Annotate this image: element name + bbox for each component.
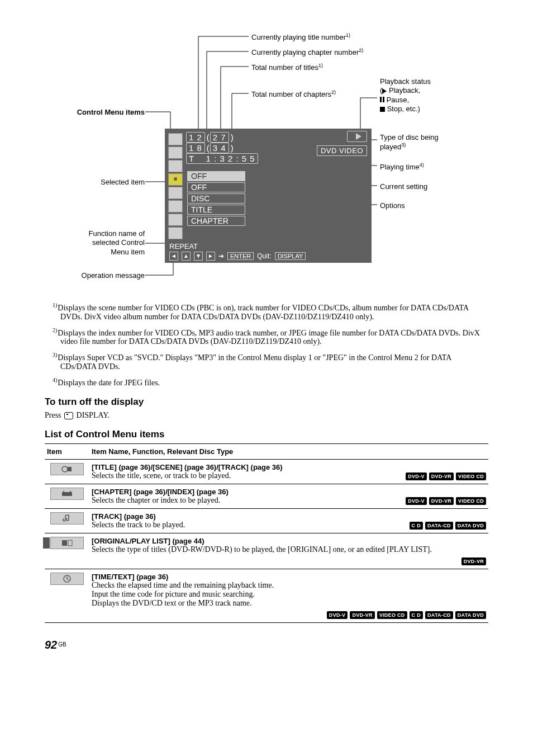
menu-item-icon	[50, 537, 84, 549]
item-badges: DVD-VDVD-VRVIDEO CD	[403, 471, 486, 480]
disc-type-badge: DATA-CD	[425, 522, 453, 530]
menu-item-icon	[50, 573, 84, 585]
label-title-number: Currently playing title number1)	[251, 32, 350, 42]
svg-rect-6	[68, 540, 72, 546]
menu-item-icon	[50, 512, 84, 525]
menu-item-icon	[50, 463, 84, 475]
disc-type-badge: VIDEO CD	[456, 497, 486, 505]
pause-icon	[380, 96, 384, 105]
panel-icon-column	[168, 133, 183, 240]
table-header-item: Item	[45, 443, 89, 459]
page-footer: 92GB	[45, 639, 488, 651]
disc-type-badge: DVD-VR	[350, 611, 374, 619]
item-description: Selects the track to be played.	[92, 521, 401, 530]
arrow-down-icon: ▼	[194, 252, 203, 261]
label-control-menu-items: Control Menu items	[77, 108, 145, 117]
panel-option: CHAPTER	[187, 216, 245, 226]
item-badges: DVD-VDVD-VRVIDEO CD	[403, 496, 486, 505]
display-button-label: DISPLAY	[275, 252, 306, 260]
item-description: Selects the type of titles (DVD-RW/DVD-R…	[92, 545, 486, 554]
table-row: [ORIGINAL/PLAY LIST] (page 44)Selects th…	[45, 533, 488, 569]
item-icon-cell	[45, 533, 89, 569]
item-title: [TRACK] (page 36)	[92, 512, 401, 521]
disc-type-badge: DVD-V	[327, 611, 348, 619]
table-row: [TITLE] (page 36)/[SCENE] (page 36)/[TRA…	[45, 459, 488, 484]
panel-icon	[168, 187, 183, 199]
panel-icon	[168, 200, 183, 212]
disc-type-badge: DATA DVD	[455, 611, 486, 619]
item-icon-cell	[45, 508, 89, 533]
panel-options: OFF OFF DISC TITLE CHAPTER	[187, 171, 245, 227]
disc-type-badge: DATA DVD	[455, 522, 486, 530]
panel-operation-line: ◄ ▲ ▼ ► ➔ ENTER Quit: DISPLAY	[169, 252, 306, 261]
item-description: Input the time code for picture and musi…	[92, 590, 486, 599]
disc-type-badge: DVD-V	[406, 472, 427, 480]
panel-icon	[168, 147, 183, 159]
disc-type-badge: DVD-V	[406, 497, 427, 505]
item-title: [CHAPTER] (page 36)/[INDEX] (page 36)	[92, 488, 397, 496]
item-desc-cell: [TITLE] (page 36)/[SCENE] (page 36)/[TRA…	[89, 459, 488, 484]
menu-item-icon	[50, 488, 84, 500]
item-desc-cell: [CHAPTER] (page 36)/[INDEX] (page 36)Sel…	[89, 484, 488, 508]
disc-type-badge: VIDEO CD	[456, 472, 486, 480]
item-description: Displays the DVD/CD text or the MP3 trac…	[92, 599, 486, 608]
page-suffix: GB	[58, 641, 66, 648]
item-description: Selects the chapter or index to be playe…	[92, 496, 397, 505]
table-row: [TIME/TEXT] (page 36)Checks the elapsed …	[45, 569, 488, 622]
panel-icon	[168, 227, 183, 239]
item-description: Checks the elapsed time and the remainin…	[92, 581, 486, 590]
press-display-text: Press DISPLAY.	[45, 411, 488, 420]
enter-button-label: ENTER	[227, 252, 254, 260]
svg-rect-4	[70, 491, 71, 493]
disc-type-badge: DVD-VR	[429, 497, 454, 505]
label-total-titles: Total number of titles1)	[251, 63, 323, 73]
table-header-name: Item Name, Function, Relevant Disc Type	[89, 443, 488, 459]
panel-icon	[168, 160, 183, 172]
panel-option: OFF	[187, 182, 245, 192]
item-icon-cell	[45, 484, 89, 508]
control-menu-diagram: Currently playing title number1) Current…	[45, 22, 488, 291]
label-total-chapters: Total number of chapters2)	[251, 89, 336, 100]
panel-function-name: REPEAT	[169, 242, 198, 251]
item-badges: DVD-VR	[92, 556, 486, 565]
label-chapter-number: Currently playing chapter number2)	[251, 48, 363, 58]
svg-rect-3	[63, 491, 64, 493]
arrow-icon: ➔	[218, 252, 224, 260]
footnotes: 1)Displays the scene number for VIDEO CD…	[45, 302, 488, 388]
panel-icon	[168, 133, 183, 145]
heading-turn-off: To turn off the display	[45, 396, 488, 408]
stop-icon	[380, 107, 385, 112]
label-disc-type: Type of disc being played3)	[380, 133, 458, 152]
label-playback-status: Playback status ( Playback, Pause, Stop,…	[380, 77, 431, 114]
display-button-icon	[64, 412, 73, 419]
item-title: [TITLE] (page 36)/[SCENE] (page 36)/[TRA…	[92, 463, 397, 471]
disc-type-badge: DVD-VR	[461, 557, 486, 565]
panel-option-selected: OFF	[187, 171, 245, 181]
label-selected-item: Selected item	[101, 178, 145, 187]
item-icon-cell	[45, 569, 89, 622]
svg-rect-5	[62, 540, 67, 546]
label-current-setting: Current setting	[380, 182, 427, 191]
footnote-4: 4)Displays the date for JPEG files.	[60, 377, 488, 388]
item-title: [TIME/TEXT] (page 36)	[92, 573, 486, 581]
disc-type-badge: VIDEO CD	[377, 611, 407, 619]
svg-rect-1	[68, 467, 72, 471]
disc-type-badge: DATA-CD	[425, 611, 453, 619]
table-row: [CHAPTER] (page 36)/[INDEX] (page 36)Sel…	[45, 484, 488, 508]
label-playing-time: Playing time4)	[380, 162, 424, 172]
arrow-right-icon: ►	[206, 252, 215, 261]
control-menu-panel: 1 2(2 7) 1 8(3 4) T 1 : 3 2 : 5 5 DVD VI…	[165, 129, 372, 263]
panel-option: TITLE	[187, 205, 245, 215]
label-function-name: Function name of selected Control Menu i…	[72, 229, 145, 257]
arrow-left-icon: ◄	[169, 252, 178, 261]
footnote-1: 1)Displays the scene number for VIDEO CD…	[60, 302, 488, 322]
panel-icon	[168, 214, 183, 226]
label-options: Options	[380, 201, 405, 210]
item-icon-cell	[45, 459, 89, 484]
item-title: [ORIGINAL/PLAY LIST] (page 44)	[92, 537, 486, 545]
play-icon	[356, 133, 361, 140]
disc-type-badge: DVD-VR	[429, 472, 454, 480]
panel-disc-type: DVD VIDEO	[317, 145, 367, 156]
arrow-up-icon: ▲	[182, 252, 191, 261]
footnote-2: 2)Displays the index number for VIDEO CD…	[60, 327, 488, 347]
